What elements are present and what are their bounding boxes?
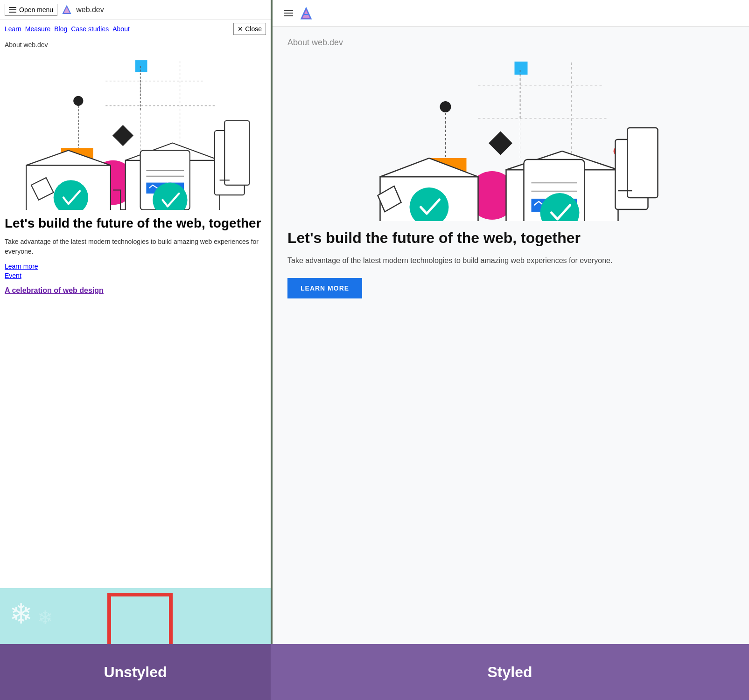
styled-panel: About web.dev (273, 0, 749, 644)
snowflake-icon-2: ❄ (37, 607, 53, 628)
snowflake-icon: ❄ (9, 597, 33, 630)
svg-rect-38 (489, 132, 512, 155)
red-circle-decoration (107, 593, 173, 644)
nav-link-learn[interactable]: Learn (5, 25, 21, 33)
celebration-link[interactable]: A celebration of web design (5, 286, 104, 294)
learn-more-button[interactable]: LEARN MORE (287, 278, 362, 298)
styled-label: Styled (271, 644, 749, 700)
learn-more-link[interactable]: Learn more (5, 263, 38, 270)
unstyled-panel: Open menu web.dev Learn Measure Blog Cas… (0, 0, 271, 644)
menu-label: Open menu (19, 6, 53, 14)
hero-links-unstyled: Learn more Event (5, 262, 266, 280)
svg-rect-25 (224, 121, 249, 185)
svg-point-35 (440, 101, 451, 112)
svg-point-7 (73, 96, 83, 106)
about-text-styled: About web.dev (273, 27, 749, 53)
hamburger-icon-styled[interactable] (284, 10, 293, 16)
event-link[interactable]: Event (5, 272, 21, 279)
nav-link-blog[interactable]: Blog (54, 25, 67, 33)
hero-desc-styled: Take advantage of the latest modern tech… (287, 255, 734, 267)
unstyled-label: Unstyled (0, 644, 271, 700)
hero-desc-unstyled: Take advantage of the latest modern tech… (5, 237, 266, 256)
nav-link-casestudies[interactable]: Case studies (71, 25, 109, 33)
close-label: Close (245, 25, 262, 33)
unstyled-nav: Learn Measure Blog Case studies About ✕ … (0, 20, 271, 38)
nav-link-measure[interactable]: Measure (25, 25, 50, 33)
hero-illustration-styled (273, 53, 749, 221)
hero-illustration-unstyled (0, 51, 271, 210)
close-button[interactable]: ✕ Close (233, 23, 266, 35)
svg-rect-34 (515, 62, 528, 75)
hero-title-styled: Let's build the future of the web, toget… (287, 229, 734, 247)
celebration-link-wrapper: A celebration of web design (5, 286, 266, 295)
svg-rect-6 (135, 60, 147, 72)
unstyled-header: Open menu web.dev (0, 0, 271, 20)
svg-marker-28 (301, 8, 311, 19)
bottom-labels: Unstyled Styled (0, 644, 749, 700)
close-x-icon: ✕ (238, 25, 243, 33)
unstyled-content: Let's build the future of the web, toget… (0, 210, 271, 300)
svg-rect-10 (112, 125, 133, 146)
svg-marker-14 (26, 151, 111, 166)
styled-content: Let's build the future of the web, toget… (273, 221, 749, 306)
svg-marker-1 (63, 6, 70, 14)
styled-header (273, 0, 749, 27)
about-text-unstyled: About web.dev (0, 38, 271, 51)
snow-teaser: ❄ ❄ (0, 588, 271, 644)
nav-link-about[interactable]: About (112, 25, 130, 33)
logo-icon-unstyled (61, 4, 72, 15)
menu-button[interactable]: Open menu (5, 4, 57, 16)
logo-text-unstyled: web.dev (76, 6, 104, 14)
hamburger-icon (9, 7, 16, 13)
logo-icon-styled (299, 6, 314, 21)
hero-title-unstyled: Let's build the future of the web, toget… (5, 215, 266, 231)
svg-rect-54 (628, 128, 658, 198)
